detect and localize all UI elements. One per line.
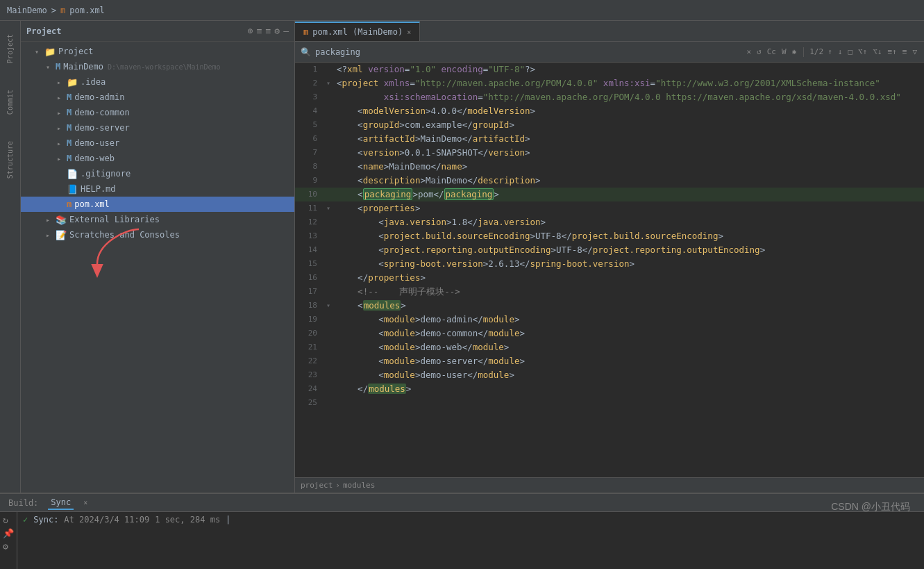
code-line-5: 5 <groupId>com.example</groupId> xyxy=(295,118,924,132)
tree-item-demo-common[interactable]: ▸ M demo-common xyxy=(21,105,294,120)
editor-area: m pom.xml (MainDemo) × 🔍 ✕ ↺ Cc W ✱ 1/2 … xyxy=(295,21,924,493)
module-icon-demo-web: M xyxy=(67,154,72,163)
sidebar-label-structure[interactable]: Structure xyxy=(5,138,15,181)
tree-item-help-md[interactable]: 📘 HELP.md xyxy=(21,181,294,197)
bottom-tab-sync-close[interactable]: × xyxy=(83,499,87,506)
gutter-20 xyxy=(323,327,334,340)
panel-icon-sync[interactable]: ⊕ xyxy=(248,26,253,36)
tab-bar: m pom.xml (MainDemo) × xyxy=(295,21,924,42)
tree-label-maindemo: MainDemo xyxy=(63,62,103,72)
search-case-btn[interactable]: Cc xyxy=(766,46,778,58)
sync-label: Sync: xyxy=(33,515,58,525)
line-num-15: 15 xyxy=(295,257,323,271)
tree-item-idea[interactable]: ▸ 📁 .idea xyxy=(21,74,294,90)
gutter-4 xyxy=(323,104,334,118)
module-icon-maindemo: M xyxy=(56,62,60,72)
search-controls: ✕ ↺ Cc W ✱ 1/2 ↑ ↓ □ ⌥↑ ⌥↓ ≡↑ ≡ ▽ xyxy=(746,46,919,58)
tree-arrow-demo-web: ▸ xyxy=(57,155,67,163)
line-content-24: </modules> xyxy=(334,382,924,396)
search-nav-up[interactable]: ↑ xyxy=(826,46,834,58)
search-input[interactable] xyxy=(315,47,741,57)
search-bar: 🔍 ✕ ↺ Cc W ✱ 1/2 ↑ ↓ □ ⌥↑ ⌥↓ ≡↑ ≡ ▽ xyxy=(295,42,924,63)
search-clear-btn[interactable]: ✕ xyxy=(746,46,753,58)
gutter-23 xyxy=(323,368,334,382)
search-word-btn[interactable]: W xyxy=(780,46,788,58)
gutter-9 xyxy=(323,174,334,188)
tree-item-demo-web[interactable]: ▸ M demo-web xyxy=(21,151,294,166)
bottom-tool-refresh[interactable]: ↻ xyxy=(3,515,14,525)
search-icon-3[interactable]: ≡↑ xyxy=(887,46,898,58)
search-expand-btn[interactable]: □ xyxy=(846,46,854,58)
line-num-7: 7 xyxy=(295,146,323,160)
fold-btn-2[interactable]: ▾ xyxy=(326,76,330,90)
fold-btn-11[interactable]: ▾ xyxy=(326,201,330,215)
line-content-18: <modules> xyxy=(334,299,924,313)
bottom-tool-pin[interactable]: 📌 xyxy=(3,528,14,538)
code-line-15: 15 <spring-boot.version>2.6.13</spring-b… xyxy=(295,257,924,271)
tree-item-demo-admin[interactable]: ▸ M demo-admin xyxy=(21,90,294,105)
code-line-17: 17 <!-- 声明子模块--> xyxy=(295,285,924,299)
code-editor[interactable]: 1 <?xml version="1.0" encoding="UTF-8"?>… xyxy=(295,63,924,477)
line-num-14: 14 xyxy=(295,243,323,257)
sidebar-label-commit[interactable]: Commit xyxy=(5,87,15,117)
search-icon: 🔍 xyxy=(301,47,311,57)
tree-label-demo-server: demo-server xyxy=(74,123,129,133)
search-nav-down[interactable]: ↓ xyxy=(837,46,844,58)
code-line-18: 18 ▾ <modules> xyxy=(295,299,924,313)
line-content-9: <description>MainDemo</description> xyxy=(334,174,924,188)
footer-breadcrumb-modules: modules xyxy=(343,481,375,490)
tree-item-maindemo[interactable]: ▾ M MainDemo D:\maven-workspace\MainDemo xyxy=(21,59,294,74)
line-num-9: 9 xyxy=(295,174,323,188)
line-content-25 xyxy=(334,396,924,410)
tree-item-gitignore[interactable]: 📄 .gitignore xyxy=(21,166,294,181)
tab-icon: m xyxy=(303,27,308,37)
code-line-21: 21 <module>demo-web</module> xyxy=(295,340,924,354)
bottom-tool-settings[interactable]: ⚙ xyxy=(3,541,14,552)
bottom-tab-sync[interactable]: Sync xyxy=(48,496,74,510)
panel-icon-close[interactable]: — xyxy=(283,26,289,36)
tree-item-pom-xml[interactable]: m pom.xml xyxy=(21,197,294,212)
tree-arrow-demo-user: ▸ xyxy=(57,140,67,147)
tree-label-scratches: Scratches and Consoles xyxy=(69,230,180,240)
search-filter-btn[interactable]: ▽ xyxy=(911,46,918,58)
code-line-22: 22 <module>demo-server</module> xyxy=(295,354,924,368)
search-icon-1[interactable]: ⌥↑ xyxy=(857,46,868,58)
line-content-8: <name>MainDemo</name> xyxy=(334,160,924,174)
search-regex-btn[interactable]: ✱ xyxy=(791,46,798,58)
tree-path-maindemo: D:\maven-workspace\MainDemo xyxy=(108,63,221,71)
tree-item-project[interactable]: ▾ 📁 Project xyxy=(21,44,294,59)
gutter-24 xyxy=(323,382,334,396)
tree-label-project: Project xyxy=(58,47,94,56)
file-icon-label: m xyxy=(60,6,65,15)
tab-close-btn[interactable]: × xyxy=(407,28,411,36)
tree-item-external-libs[interactable]: ▸ 📚 External Libraries xyxy=(21,212,294,227)
tree-arrow-demo-common: ▸ xyxy=(57,109,67,117)
panel-header: Project ⊕ ≡ ≡ ⚙ — xyxy=(21,21,294,42)
bottom-tab-build[interactable]: Build: xyxy=(6,497,41,509)
panel-icons: ⊕ ≡ ≡ ⚙ — xyxy=(248,26,289,36)
tree-item-scratches[interactable]: ▸ 📝 Scratches and Consoles xyxy=(21,227,294,242)
sidebar-label-project[interactable]: Project xyxy=(5,31,15,66)
editor-tab-pom-xml[interactable]: m pom.xml (MainDemo) × xyxy=(295,22,420,41)
tree-item-demo-server[interactable]: ▸ M demo-server xyxy=(21,120,294,135)
bottom-content-area: ✓ Sync: At 2024/3/4 11:09 1 sec, 284 ms … xyxy=(17,512,924,569)
file-breadcrumb: pom.xml xyxy=(69,6,105,15)
line-num-16: 16 xyxy=(295,271,323,285)
gutter-5 xyxy=(323,118,334,132)
search-icon-2[interactable]: ⌥↓ xyxy=(871,46,883,58)
panel-icon-collapse[interactable]: ≡ xyxy=(257,26,262,36)
module-icon-demo-admin: M xyxy=(67,92,72,102)
editor-footer: project › modules xyxy=(295,477,924,493)
gutter-25 xyxy=(323,396,334,410)
search-prev-btn[interactable]: ↺ xyxy=(755,46,763,58)
code-line-16: 16 </properties> xyxy=(295,271,924,285)
fold-btn-18[interactable]: ▾ xyxy=(326,299,330,313)
panel-icon-expand[interactable]: ≡ xyxy=(266,26,271,36)
gutter-12 xyxy=(323,215,334,229)
search-icon-4[interactable]: ≡ xyxy=(901,46,909,58)
panel-icon-settings[interactable]: ⚙ xyxy=(274,26,280,36)
line-num-11: 11 xyxy=(295,201,323,215)
gutter-3 xyxy=(323,90,334,104)
code-line-6: 6 <artifactId>MainDemo</artifactId> xyxy=(295,132,924,146)
tree-item-demo-user[interactable]: ▸ M demo-user xyxy=(21,135,294,151)
